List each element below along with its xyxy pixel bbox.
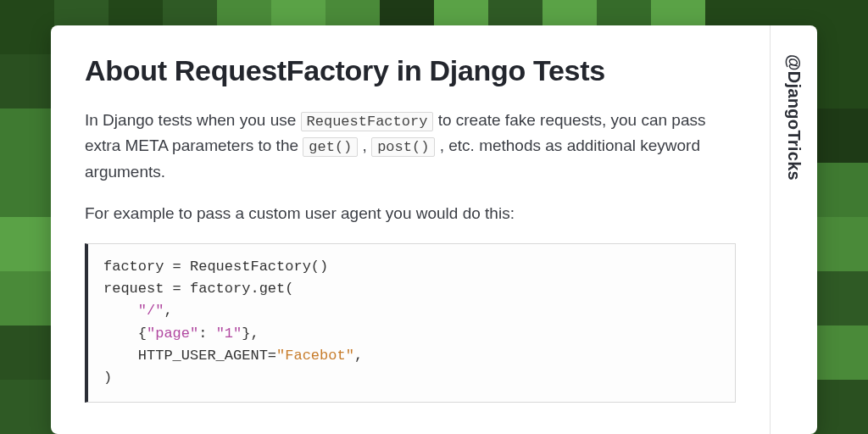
inline-code-get: get() (303, 137, 358, 157)
code-l3-tail: , (164, 303, 172, 319)
code-l4-sep: : (198, 326, 215, 342)
content-card: About RequestFactory in Django Tests In … (51, 25, 817, 434)
code-l4-key: "page" (147, 326, 198, 342)
author-handle: @DjangoTricks (784, 54, 804, 181)
code-l3-indent (103, 303, 138, 319)
code-l4-tail: }, (242, 326, 259, 342)
inline-code-post: post() (371, 137, 435, 157)
code-block: factory = RequestFactory() request = fac… (85, 243, 736, 403)
code-line-6: ) (103, 370, 112, 386)
article-title: About RequestFactory in Django Tests (85, 54, 736, 87)
p1-text-1: In Django tests when you use (85, 111, 301, 129)
code-line-2: request = factory.get( (103, 281, 293, 297)
code-l5-indent: HTTP_USER_AGENT= (103, 348, 276, 364)
code-l5-string: "Facebot" (276, 348, 354, 364)
paragraph-2: For example to pass a custom user agent … (85, 201, 736, 225)
code-line-1: factory = RequestFactory() (103, 259, 328, 275)
inline-code-requestfactory: RequestFactory (301, 112, 434, 131)
code-l3-string: "/" (138, 303, 164, 319)
article-main: About RequestFactory in Django Tests In … (51, 25, 770, 434)
code-l4-val: "1" (216, 326, 242, 342)
p1-text-3: , (358, 136, 371, 154)
paragraph-1: In Django tests when you use RequestFact… (85, 108, 736, 184)
code-l4-indent: { (103, 326, 147, 342)
code-l5-tail: , (354, 348, 363, 364)
sidebar: @DjangoTricks (770, 25, 817, 434)
